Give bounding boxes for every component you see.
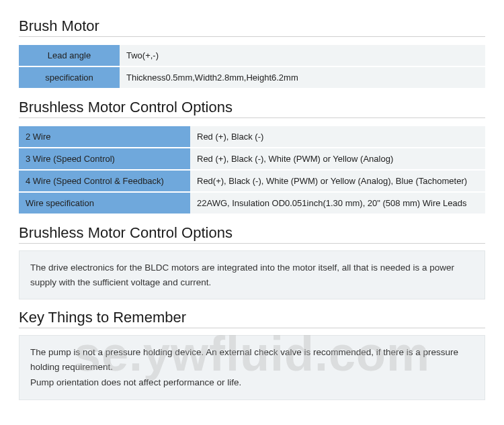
table-row: 4 Wire (Speed Control & Feedback) Red(+)… <box>19 171 485 191</box>
brushless-description-box: The drive electronics for the BLDC motor… <box>19 250 485 299</box>
paragraph: Pump orientation does not affect perform… <box>30 375 474 390</box>
cell-value: Red (+), Black (-) <box>190 126 485 147</box>
brushless-options-table: 2 Wire Red (+), Black (-) 3 Wire (Speed … <box>19 125 485 215</box>
cell-value: Thickness0.5mm,Width2.8mm,Height6.2mm <box>120 67 485 88</box>
section-heading-key-things: Key Things to Remember <box>19 309 485 328</box>
cell-value: 22AWG, Insulation OD0.051inch(1.30 mm), … <box>190 193 485 214</box>
cell-label: 2 Wire <box>19 126 190 147</box>
section-heading-brushless-options-text: Brushless Motor Control Options <box>19 224 485 244</box>
cell-label: Wire specification <box>19 193 190 214</box>
brush-motor-table: Lead angle Two(+,-) specification Thickn… <box>19 44 485 89</box>
table-row: 2 Wire Red (+), Black (-) <box>19 126 485 147</box>
paragraph: The pump is not a pressure holding devic… <box>30 345 474 374</box>
key-things-box: The pump is not a pressure holding devic… <box>19 335 485 400</box>
cell-label: specification <box>19 67 120 88</box>
cell-value: Red (+), Black (-), White (PWM) or Yello… <box>190 148 485 169</box>
table-row: specification Thickness0.5mm,Width2.8mm,… <box>19 67 485 88</box>
cell-label: Lead angle <box>19 45 120 66</box>
table-row: Wire specification 22AWG, Insulation OD0… <box>19 193 485 214</box>
cell-value: Red(+), Black (-), White (PWM) or Yellow… <box>190 171 485 191</box>
paragraph: The drive electronics for the BLDC motor… <box>30 261 474 289</box>
cell-value: Two(+,-) <box>120 45 485 66</box>
cell-label: 4 Wire (Speed Control & Feedback) <box>19 171 190 191</box>
section-heading-brush-motor: Brush Motor <box>19 17 485 37</box>
table-row: 3 Wire (Speed Control) Red (+), Black (-… <box>19 148 485 169</box>
cell-label: 3 Wire (Speed Control) <box>19 148 190 169</box>
table-row: Lead angle Two(+,-) <box>19 45 485 66</box>
section-heading-brushless-options-table: Brushless Motor Control Options <box>19 99 485 118</box>
